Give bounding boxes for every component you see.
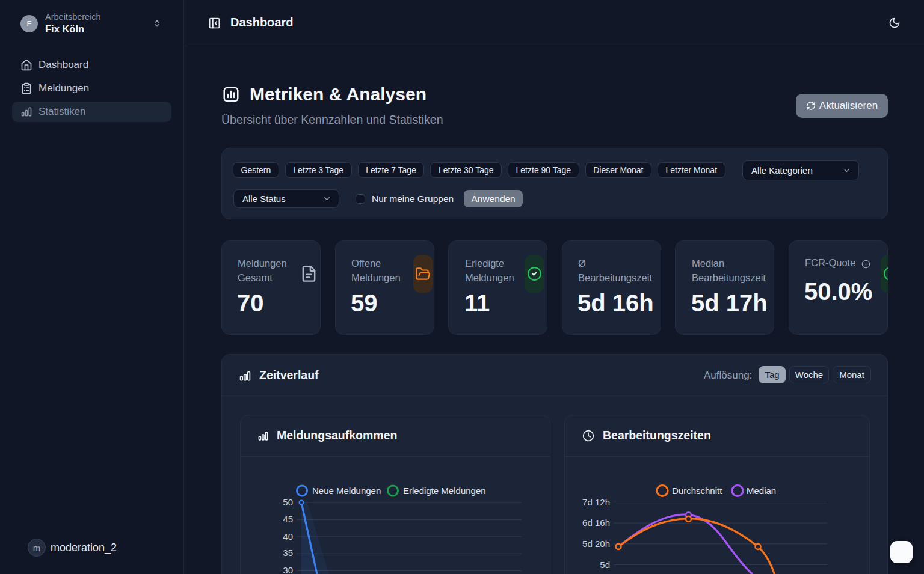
svg-text:Median: Median (747, 486, 776, 496)
svg-text:30: 30 (283, 565, 293, 574)
svg-text:Erledigte Meldungen: Erledigte Meldungen (403, 486, 486, 496)
svg-text:45: 45 (283, 514, 293, 524)
svg-text:6d 16h: 6d 16h (582, 518, 610, 528)
svg-text:50: 50 (283, 497, 293, 507)
svg-text:40: 40 (283, 531, 293, 542)
svg-text:5d 20h: 5d 20h (582, 539, 610, 549)
svg-text:Neue Meldungen: Neue Meldungen (312, 486, 381, 496)
svg-text:35: 35 (283, 548, 293, 558)
svg-text:Durchschnitt: Durchschnitt (672, 486, 722, 496)
svg-text:7d 12h: 7d 12h (582, 497, 610, 507)
svg-text:5d: 5d (600, 560, 610, 570)
